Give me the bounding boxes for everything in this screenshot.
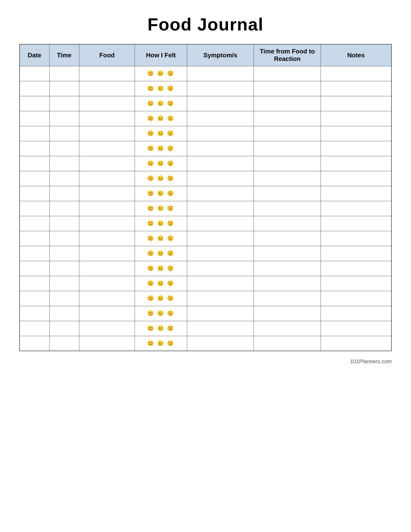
cell-felt-emojis: 😊 😐 😟 — [135, 141, 187, 156]
cell-food — [79, 246, 135, 261]
cell-notes — [321, 261, 392, 276]
cell-time-reaction — [254, 261, 321, 276]
header-symptoms: Symptom/s — [187, 44, 254, 66]
cell-symptoms — [187, 321, 254, 336]
cell-time-reaction — [254, 201, 321, 216]
header-felt: How I Felt — [135, 44, 187, 66]
cell-date — [19, 156, 49, 171]
cell-symptoms — [187, 81, 254, 96]
cell-symptoms — [187, 291, 254, 306]
cell-felt-emojis: 😊 😐 😟 — [135, 246, 187, 261]
cell-food — [79, 276, 135, 291]
cell-food — [79, 216, 135, 231]
cell-time-reaction — [254, 156, 321, 171]
cell-felt-emojis: 😊 😐 😟 — [135, 156, 187, 171]
cell-date — [19, 246, 49, 261]
cell-notes — [321, 216, 392, 231]
cell-time — [49, 96, 79, 111]
cell-time-reaction — [254, 216, 321, 231]
cell-felt-emojis: 😊 😐 😟 — [135, 216, 187, 231]
cell-food — [79, 231, 135, 246]
cell-food — [79, 141, 135, 156]
cell-food — [79, 156, 135, 171]
header-time: Time — [49, 44, 79, 66]
cell-time-reaction — [254, 66, 321, 81]
cell-notes — [321, 96, 392, 111]
cell-felt-emojis: 😊 😐 😟 — [135, 171, 187, 186]
cell-date — [19, 186, 49, 201]
cell-food — [79, 336, 135, 351]
table-row: 😊 😐 😟 — [19, 141, 392, 156]
footer-text: 101Planners.com — [19, 358, 392, 365]
cell-felt-emojis: 😊 😐 😟 — [135, 201, 187, 216]
table-row: 😊 😐 😟 — [19, 276, 392, 291]
cell-time-reaction — [254, 126, 321, 141]
cell-time-reaction — [254, 141, 321, 156]
cell-time-reaction — [254, 186, 321, 201]
cell-time-reaction — [254, 276, 321, 291]
table-row: 😊 😐 😟 — [19, 126, 392, 141]
cell-notes — [321, 171, 392, 186]
cell-time — [49, 141, 79, 156]
header-food: Food — [79, 44, 135, 66]
cell-time-reaction — [254, 321, 321, 336]
cell-time-reaction — [254, 111, 321, 126]
cell-symptoms — [187, 246, 254, 261]
cell-date — [19, 126, 49, 141]
cell-time — [49, 306, 79, 321]
table-row: 😊 😐 😟 — [19, 261, 392, 276]
cell-felt-emojis: 😊 😐 😟 — [135, 186, 187, 201]
cell-time — [49, 216, 79, 231]
cell-food — [79, 66, 135, 81]
table-row: 😊 😐 😟 — [19, 336, 392, 351]
cell-time — [49, 261, 79, 276]
cell-food — [79, 291, 135, 306]
cell-notes — [321, 201, 392, 216]
page-title: Food Journal — [19, 15, 392, 34]
cell-food — [79, 186, 135, 201]
cell-felt-emojis: 😊 😐 😟 — [135, 96, 187, 111]
cell-symptoms — [187, 276, 254, 291]
cell-symptoms — [187, 171, 254, 186]
table-row: 😊 😐 😟 — [19, 246, 392, 261]
table-row: 😊 😐 😟 — [19, 171, 392, 186]
cell-symptoms — [187, 216, 254, 231]
cell-food — [79, 126, 135, 141]
table-row: 😊 😐 😟 — [19, 231, 392, 246]
cell-notes — [321, 321, 392, 336]
cell-date — [19, 261, 49, 276]
table-row: 😊 😐 😟 — [19, 186, 392, 201]
cell-felt-emojis: 😊 😐 😟 — [135, 231, 187, 246]
cell-date — [19, 231, 49, 246]
cell-symptoms — [187, 141, 254, 156]
cell-time-reaction — [254, 246, 321, 261]
cell-time — [49, 276, 79, 291]
cell-symptoms — [187, 261, 254, 276]
cell-date — [19, 216, 49, 231]
cell-date — [19, 321, 49, 336]
cell-notes — [321, 246, 392, 261]
cell-food — [79, 111, 135, 126]
cell-symptoms — [187, 156, 254, 171]
table-row: 😊 😐 😟 — [19, 156, 392, 171]
table-row: 😊 😐 😟 — [19, 306, 392, 321]
cell-felt-emojis: 😊 😐 😟 — [135, 111, 187, 126]
table-row: 😊 😐 😟 — [19, 96, 392, 111]
table-row: 😊 😐 😟 — [19, 81, 392, 96]
table-row: 😊 😐 😟 — [19, 291, 392, 306]
cell-felt-emojis: 😊 😐 😟 — [135, 276, 187, 291]
cell-notes — [321, 81, 392, 96]
table-row: 😊 😐 😟 — [19, 111, 392, 126]
cell-time-reaction — [254, 96, 321, 111]
cell-time — [49, 246, 79, 261]
cell-time — [49, 186, 79, 201]
cell-food — [79, 81, 135, 96]
cell-notes — [321, 111, 392, 126]
cell-time — [49, 201, 79, 216]
cell-date — [19, 66, 49, 81]
table-row: 😊 😐 😟 — [19, 201, 392, 216]
cell-time-reaction — [254, 231, 321, 246]
cell-time-reaction — [254, 336, 321, 351]
table-row: 😊 😐 😟 — [19, 216, 392, 231]
cell-food — [79, 306, 135, 321]
